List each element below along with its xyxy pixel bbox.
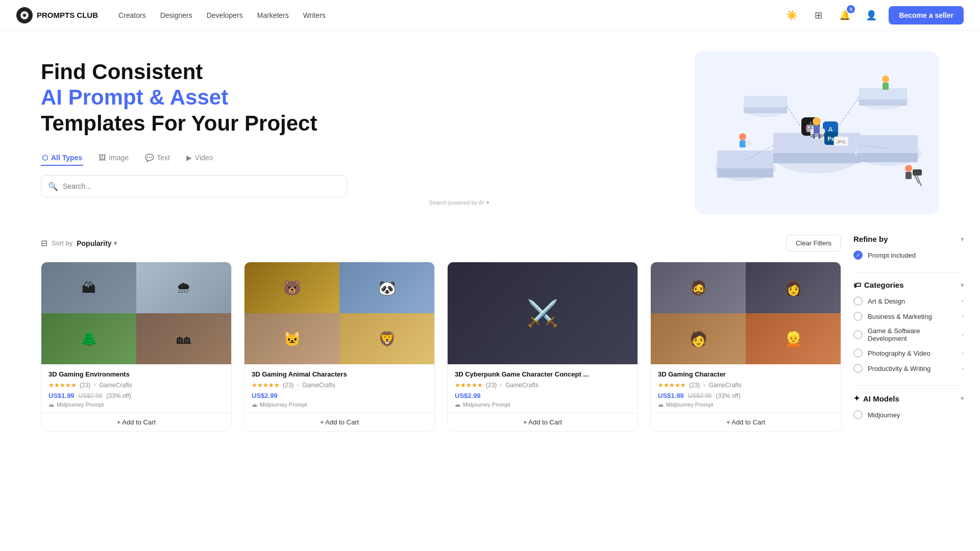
navbar: PROMPTS CLUB Creators Designers Develope… xyxy=(0,0,980,31)
nav-creators[interactable]: Creators xyxy=(118,11,146,19)
price-current: US$2.99 xyxy=(455,392,481,399)
product-review-count: (23) xyxy=(486,382,497,389)
search-input[interactable] xyxy=(41,175,347,197)
business-marketing-checkbox[interactable] xyxy=(853,312,863,321)
price-current: US$2.99 xyxy=(252,392,278,399)
product-img-1: 🐻 xyxy=(244,262,339,313)
svg-rect-36 xyxy=(883,83,889,90)
logo[interactable]: PROMPTS CLUB xyxy=(16,7,98,23)
product-image-grid: 🏔 🌨 🌲 🏘 xyxy=(41,262,231,364)
grid-view-button[interactable]: ⊞ xyxy=(809,6,827,24)
become-seller-button[interactable]: Become a seller xyxy=(889,6,964,24)
tab-all-types[interactable]: ⬡ All Types xyxy=(41,151,83,166)
midjourney-checkbox[interactable] xyxy=(853,410,863,419)
price-discount: (33% off) xyxy=(716,392,740,399)
svg-marker-8 xyxy=(717,151,773,168)
svg-point-32 xyxy=(739,133,746,140)
svg-point-37 xyxy=(905,165,912,172)
product-img-2: 👩 xyxy=(746,262,841,313)
game-dev-checkbox[interactable] xyxy=(853,330,863,339)
logo-icon xyxy=(16,7,33,23)
refine-by-title[interactable]: Refine by ▾ xyxy=(853,235,964,243)
product-img-1: 🏔 xyxy=(41,262,136,313)
product-info: 3D Cyberpunk Game Character Concept ... … xyxy=(448,364,638,408)
hero-text: Find Consistent AI Prompt & Asset Templa… xyxy=(41,59,490,206)
prompt-included-checkbox[interactable]: ✓ xyxy=(853,251,863,260)
nav-designers[interactable]: Designers xyxy=(160,11,192,19)
game-dev-expand-icon: › xyxy=(962,331,964,338)
hero-section: Find Consistent AI Prompt & Asset Templa… xyxy=(0,31,980,224)
svg-rect-31 xyxy=(818,134,821,139)
product-area: ⊟ Sort by Popularity ▾ Clear Filters 🏔 xyxy=(41,224,841,442)
midjourney-icon: ⛰ xyxy=(252,402,257,408)
nav-developers[interactable]: Developers xyxy=(207,11,243,19)
ai-models-section: ✦ AI Models ▾ Midjourney xyxy=(853,394,964,419)
product-img-2: 🐼 xyxy=(339,262,434,313)
filter-productivity-writing[interactable]: Productivity & Writing › xyxy=(853,364,964,373)
clear-filters-button[interactable]: Clear Filters xyxy=(786,235,841,252)
svg-rect-41 xyxy=(913,169,922,176)
productivity-checkbox[interactable] xyxy=(853,364,863,373)
notifications-button[interactable]: 🔔 0 xyxy=(836,6,854,24)
tab-text[interactable]: 💬 Text xyxy=(144,151,171,166)
filter-photography-video[interactable]: Photography & Video › xyxy=(853,348,964,358)
svg-text:JPG: JPG xyxy=(837,139,846,144)
filter-icon: ⊟ xyxy=(41,238,47,248)
product-meta: ★★★★★ (23) • GameCrafts xyxy=(658,381,834,389)
categories-title[interactable]: 🏷 Categories ▾ xyxy=(853,281,964,289)
filter-art-design[interactable]: Art & Design › xyxy=(853,296,964,306)
nav-writers[interactable]: Writers xyxy=(303,11,326,19)
ai-models-chevron-icon: ▾ xyxy=(961,395,964,402)
categories-chevron-icon: ▾ xyxy=(961,282,964,289)
photo-video-checkbox[interactable] xyxy=(853,348,863,358)
svg-marker-16 xyxy=(744,96,787,107)
product-title: 3D Gaming Character xyxy=(658,370,834,378)
product-stars: ★★★★★ xyxy=(658,382,686,389)
price-current: US$1.99 xyxy=(658,392,684,399)
filter-game-dev[interactable]: Game & Software Development › xyxy=(853,327,964,342)
tab-image[interactable]: 🖼 Image xyxy=(97,151,130,166)
nav-marketers[interactable]: Marketers xyxy=(257,11,289,19)
hero-img-container: 🤖 A prompt xyxy=(694,51,939,214)
midjourney-icon: ⛰ xyxy=(658,402,664,408)
product-seller: GameCrafts xyxy=(302,382,335,389)
price-discount: (33% off) xyxy=(106,392,131,399)
svg-point-35 xyxy=(882,76,889,83)
all-types-icon: ⬡ xyxy=(42,154,48,162)
categories-section: 🏷 Categories ▾ Art & Design › Business &… xyxy=(853,281,964,373)
product-title: 3D Gaming Environments xyxy=(48,370,224,378)
type-tabs: ⬡ All Types 🖼 Image 💬 Text ▶ Video xyxy=(41,151,490,166)
video-icon: ▶ xyxy=(186,154,192,162)
add-to-cart-button[interactable]: + Add to Cart xyxy=(244,413,434,431)
product-type: ⛰ Midjourney Prompt xyxy=(455,402,630,408)
tab-video[interactable]: ▶ Video xyxy=(185,151,214,166)
profile-button[interactable]: 👤 xyxy=(862,6,880,24)
add-to-cart-button[interactable]: + Add to Cart xyxy=(41,413,231,431)
product-img-4: 🦁 xyxy=(339,313,434,364)
ai-models-icon: ✦ xyxy=(853,394,860,403)
categories-icon: 🏷 xyxy=(853,281,861,289)
filter-midjourney[interactable]: Midjourney xyxy=(853,410,964,419)
product-review-count: (23) xyxy=(283,382,293,389)
product-title: 3D Cyberpunk Game Character Concept ... xyxy=(455,370,630,378)
hero-title: Find Consistent AI Prompt & Asset Templa… xyxy=(41,59,490,136)
prompt-included-filter[interactable]: ✓ Prompt included xyxy=(853,251,964,260)
product-img-3: 🐱 xyxy=(244,313,339,364)
filter-business-marketing[interactable]: Business & Marketing › xyxy=(853,312,964,321)
ai-models-title[interactable]: ✦ AI Models ▾ xyxy=(853,394,964,403)
theme-toggle-button[interactable]: ☀️ xyxy=(782,6,801,24)
product-image-grid: 🧔 👩 🧑 👱 xyxy=(651,262,841,364)
product-img-3: 🌲 xyxy=(41,313,136,364)
refine-chevron-icon: ▾ xyxy=(961,236,964,243)
add-to-cart-button[interactable]: + Add to Cart xyxy=(651,413,841,431)
nav-links: Creators Designers Developers Marketers … xyxy=(118,11,326,19)
add-to-cart-button[interactable]: + Add to Cart xyxy=(448,413,638,431)
product-img-2: 🌨 xyxy=(136,262,231,313)
product-seller: GameCrafts xyxy=(708,382,742,389)
sort-select[interactable]: Popularity ▾ xyxy=(77,239,116,247)
notification-badge: 0 xyxy=(847,5,855,13)
search-icon: 🔍 xyxy=(48,182,58,191)
refine-by-section: Refine by ▾ ✓ Prompt included xyxy=(853,235,964,260)
grid-icon: ⊞ xyxy=(815,10,822,21)
art-design-checkbox[interactable] xyxy=(853,296,863,306)
